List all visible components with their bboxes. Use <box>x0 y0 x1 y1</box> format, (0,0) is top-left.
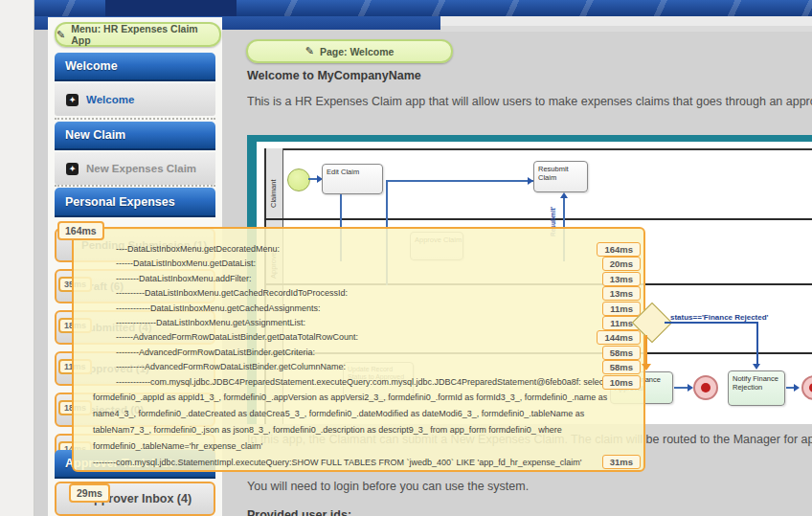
profiler-pointer-line <box>645 335 647 366</box>
task-resubmit-claim: Resubmit Claim <box>533 161 588 192</box>
sidebar-item-welcome[interactable]: ✦ Welcome <box>55 83 215 116</box>
profiler-row-text: tableNam7_3_, formdefini0_.json as json8… <box>93 425 562 435</box>
timing-badge: 20ms <box>602 257 641 271</box>
profiler-row: ----------DataListInboxMenu.getCachedRec… <box>74 286 643 301</box>
start-event-circle <box>287 168 310 191</box>
flow-arrowhead <box>794 384 800 392</box>
timing-badge: 13ms <box>602 286 641 301</box>
profiler-row: --------com.mysql.jdbc.StatementImpl.exe… <box>74 455 643 471</box>
sidebar-header-welcome: Welcome <box>55 53 215 81</box>
profiler-row: ------------com.mysql.jdbc.JDBC4Prepared… <box>74 375 643 390</box>
user-ids-heading-clipped: Provided user ids: <box>247 508 812 516</box>
profiler-row: name4_3_, formdefini0_.dateCreated as da… <box>74 406 643 422</box>
diagram-border-top <box>247 135 812 142</box>
profiler-row-text: --------com.mysql.jdbc.StatementImpl.exe… <box>93 458 581 467</box>
sidebar-header-new-claim: New Claim <box>55 122 215 150</box>
profiler-row: formdefini0_.appId as appId1_3_, formdef… <box>74 390 643 406</box>
end-event-circle <box>693 375 718 400</box>
lane-label-claimant: Claimant <box>269 154 278 208</box>
profiler-overlay-panel: ----DataListInboxMenu.getDecoratedMenu: … <box>72 227 645 472</box>
profiler-row: ----------AdvancedFormRowDataListBinder.… <box>74 360 643 374</box>
sidebar-divider <box>55 118 215 120</box>
task-notify-finance-rejection: Notify Finance Rejection <box>728 370 785 406</box>
profiler-row-text: ------------com.mysql.jdbc.JDBC4Prepared… <box>116 377 606 387</box>
sidebar-item-new-expenses-claim[interactable]: ✦ New Expenses Claim <box>55 152 215 185</box>
profiler-pointer-arrowhead <box>642 364 651 370</box>
profiler-row: --------AdvancedFormRowDataListBinder.ge… <box>74 346 643 360</box>
profiler-row-text: ------AdvancedFormRowDataListBinder.getD… <box>116 332 358 342</box>
timing-badge: 144ms <box>597 330 641 345</box>
profiler-row: ------AdvancedFormRowDataListBinder.getD… <box>74 330 643 345</box>
sidebar-item-label: Welcome <box>86 94 134 105</box>
flow-arrowhead <box>560 192 568 198</box>
profiler-row-text: --------AdvancedFormRowDataListBinder.ge… <box>116 348 315 357</box>
timing-badge: 58ms <box>602 346 641 360</box>
lane-separator <box>264 218 812 220</box>
edit-pencil-icon: ✎ <box>56 29 65 41</box>
profiler-row: ------DataListInboxMenu.getDataList: 20m… <box>74 257 643 271</box>
flow-connector <box>756 322 758 366</box>
timing-badge: 58ms <box>602 360 641 374</box>
sidebar-item-label: New Expenses Claim <box>86 163 196 174</box>
profiler-row-text: ----------DataListInboxMenu.getCachedRec… <box>116 288 348 298</box>
flow-connector <box>665 322 758 324</box>
profiler-row: ------------DataListInboxMenu.getCachedA… <box>74 302 643 316</box>
menu-item-icon: ✦ <box>66 163 79 175</box>
profiler-row-text: --------------DataListInboxMenu.getAssig… <box>116 318 305 327</box>
top-banner-dark-block <box>105 0 237 16</box>
intro-paragraph: This is a HR Expenses Claim app that wil… <box>247 95 812 108</box>
timing-badge: 13ms <box>602 272 641 286</box>
sidebar-divider <box>55 185 215 187</box>
condition-label-finance-rejected: status=='Finance Rejected' <box>670 313 769 322</box>
profiler-row: --------------DataListInboxMenu.getAssig… <box>74 316 643 330</box>
edit-pencil-icon: ✎ <box>305 45 314 57</box>
timing-badge: 31ms <box>602 455 641 469</box>
flow-arrowhead <box>753 364 760 370</box>
profiler-row-text: ------------DataListInboxMenu.getCachedA… <box>116 303 321 313</box>
profiler-row: tableNam7_3_, formdefini0_.json as json8… <box>74 422 643 438</box>
login-note: You will need to login before you can us… <box>247 480 812 493</box>
flow-connector <box>386 180 533 182</box>
sidebar-header-personal-expenses: Personal Expenses <box>55 188 215 217</box>
pool-top-line <box>264 148 812 150</box>
timing-badge: 164ms <box>597 242 641 257</box>
menu-pill-label: Menu: HR Expenses Claim App <box>71 23 219 46</box>
timing-badge-approver-inbox: 29ms <box>69 483 110 503</box>
timing-badge: 10ms <box>602 375 641 390</box>
menu-edit-pill[interactable]: ✎ Menu: HR Expenses Claim App <box>55 22 221 47</box>
menu-item-icon: ✦ <box>66 94 79 106</box>
profiler-row-text: ----DataListInboxMenu.getDecoratedMenu: <box>116 244 280 254</box>
page-left-margin <box>0 0 34 516</box>
timing-badge: 11ms <box>602 302 641 316</box>
profiler-row-text: ----------AdvancedFormRowDataListBinder.… <box>116 362 346 371</box>
profiler-row-text: --------DataListInboxMenu.addFilter: <box>116 274 252 283</box>
profiler-row-text: ------DataListInboxMenu.getDataList: <box>116 258 256 268</box>
profiler-row: --------DataListInboxMenu.addFilter: 13m… <box>74 272 643 286</box>
page-title: Welcome to MyCompanyName <box>247 69 421 82</box>
toolbar-strip-lower <box>440 26 812 32</box>
profiler-row-text: formdefini0_.appId as appId1_3_, formdef… <box>93 393 607 402</box>
profiler-row-text: name4_3_, formdefini0_.dateCreated as da… <box>93 409 584 418</box>
app-window: ✎ Menu: HR Expenses Claim App Welcome ✦ … <box>0 0 812 516</box>
page-pill-label: Page: Welcome <box>320 46 394 57</box>
profiler-row: ----DataListInboxMenu.getDecoratedMenu: … <box>74 242 643 257</box>
profiler-row-text: formdefini0_.tableName='hr_expense_claim… <box>93 441 262 451</box>
profiler-row: formdefini0_.tableName='hr_expense_claim… <box>74 438 643 455</box>
toolbar-strip <box>440 16 812 26</box>
task-edit-claim: Edit Claim <box>322 164 383 194</box>
timing-badge-total: 164ms <box>57 221 104 240</box>
page-edit-pill[interactable]: ✎ Page: Welcome <box>246 39 453 63</box>
